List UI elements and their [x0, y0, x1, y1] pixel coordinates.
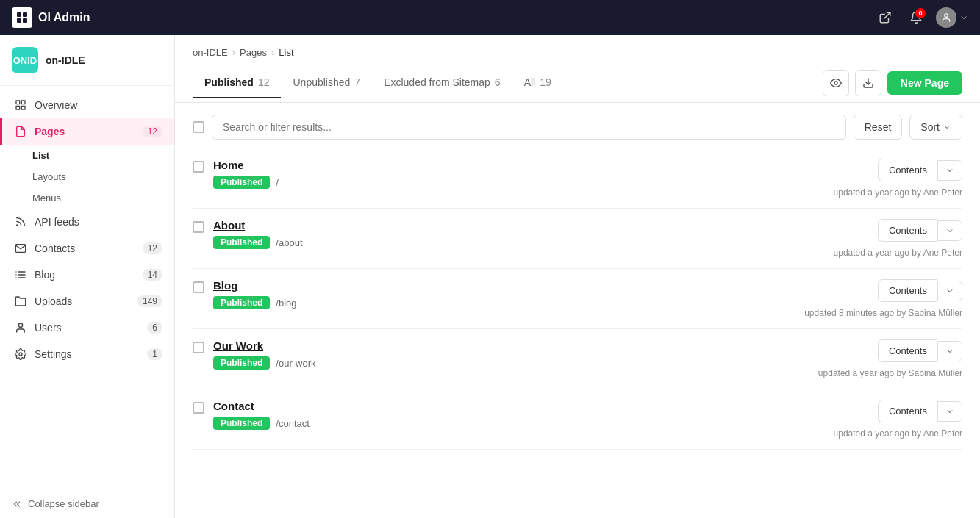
page-meta-blog: Published /blog	[213, 296, 795, 309]
select-all-checkbox[interactable]	[193, 121, 204, 133]
tab-unpublished-label: Unpublished	[293, 76, 350, 88]
filter-bar: Reset Sort	[175, 103, 980, 140]
page-path-our-work: /our-work	[276, 358, 315, 369]
sidebar-item-settings[interactable]: Settings 1	[0, 341, 174, 367]
eye-icon	[830, 77, 842, 89]
page-actions-contact: Contents	[878, 400, 962, 422]
sidebar-item-badge-uploads: 149	[137, 295, 162, 307]
page-checkbox-our-work[interactable]	[193, 342, 204, 353]
sidebar-item-overview[interactable]: Overview	[0, 92, 174, 118]
sidebar-item-api-feeds[interactable]: API feeds	[0, 209, 174, 235]
tab-unpublished[interactable]: Unpublished 7	[281, 68, 372, 98]
main-content: on-IDLE › Pages › List Published 12 Unpu…	[175, 35, 980, 518]
dropdown-button-about[interactable]	[937, 220, 962, 241]
page-actions-about: Contents	[878, 219, 962, 242]
dropdown-button-contact[interactable]	[937, 401, 962, 422]
page-update-blog: updated 8 minutes ago by Sabina Müller	[804, 308, 962, 318]
page-right-contact: Contents updated a year ago by Ane Peter	[815, 400, 962, 439]
sidebar-item-blog[interactable]: Blog 14	[0, 262, 174, 288]
dropdown-button-blog[interactable]	[937, 281, 962, 301]
svg-point-10	[17, 225, 18, 226]
breadcrumb-pages[interactable]: Pages	[240, 47, 267, 58]
tab-excluded[interactable]: Excluded from Sitemap 6	[372, 68, 512, 98]
sidebar-item-pages[interactable]: Pages 12	[0, 118, 174, 145]
chevron-down-icon	[959, 13, 968, 22]
notifications-icon[interactable]: 0	[905, 7, 927, 29]
reset-button[interactable]: Reset	[854, 115, 903, 140]
page-meta-our-work: Published /our-work	[213, 356, 806, 370]
sidebar-item-label-api-feeds: API feeds	[35, 216, 162, 228]
sidebar-subitem-list[interactable]: List	[32, 145, 174, 166]
sidebar-nav: Overview Pages 12 List Layouts Menus	[0, 86, 174, 489]
user-avatar[interactable]	[936, 7, 968, 28]
preview-button[interactable]	[823, 70, 849, 96]
new-page-button[interactable]: New Page	[887, 71, 962, 95]
page-checkbox-home[interactable]	[193, 161, 204, 173]
page-checkbox-blog[interactable]	[193, 281, 204, 293]
page-title-our-work[interactable]: Our Work	[213, 339, 263, 352]
contents-button-our-work[interactable]: Contents	[878, 339, 937, 362]
page-meta-about: Published /about	[213, 236, 806, 249]
toolbar-right: New Page	[823, 64, 962, 102]
svg-rect-6	[16, 101, 20, 104]
workspace-avatar: ONID	[12, 47, 38, 73]
page-right-blog: Contents updated 8 minutes ago by Sabina…	[804, 279, 962, 318]
dropdown-chevron-icon	[945, 226, 954, 235]
file-icon	[14, 125, 27, 138]
svg-point-5	[945, 14, 948, 18]
app-title: OI Admin	[38, 11, 90, 24]
sidebar-item-badge-settings: 1	[147, 348, 162, 360]
tab-unpublished-count: 7	[354, 76, 360, 88]
page-info-home: Home Published /	[213, 159, 806, 189]
svg-rect-7	[21, 101, 25, 104]
list-icon	[14, 268, 27, 281]
svg-line-4	[884, 12, 890, 18]
dropdown-button-our-work[interactable]	[937, 341, 962, 361]
page-title-about[interactable]: About	[213, 219, 245, 231]
page-title-home[interactable]: Home	[213, 159, 244, 171]
breadcrumb-workspace[interactable]: on-IDLE	[193, 47, 228, 58]
contents-button-home[interactable]: Contents	[878, 159, 937, 181]
sidebar-item-label-blog: Blog	[35, 269, 135, 281]
dropdown-button-home[interactable]	[937, 160, 962, 181]
grid-icon	[14, 98, 27, 112]
sidebar: ONID on-IDLE Overview	[0, 35, 175, 518]
download-button[interactable]	[855, 70, 881, 96]
external-link-icon[interactable]	[874, 7, 896, 29]
sidebar-item-users[interactable]: Users 6	[0, 314, 174, 341]
page-info-our-work: Our Work Published /our-work	[213, 339, 806, 370]
collapse-sidebar-button[interactable]: Collapse sidebar	[0, 489, 174, 518]
svg-rect-2	[17, 18, 21, 23]
sort-button[interactable]: Sort	[909, 115, 962, 140]
notification-badge: 0	[915, 8, 926, 18]
tab-excluded-count: 6	[495, 76, 501, 88]
tab-published-count: 12	[258, 76, 270, 88]
contents-button-contact[interactable]: Contents	[878, 400, 937, 422]
svg-point-18	[19, 353, 22, 356]
contents-button-about[interactable]: Contents	[878, 219, 937, 242]
sidebar-item-label-settings: Settings	[35, 348, 140, 360]
status-badge-our-work: Published	[213, 356, 270, 370]
contents-button-blog[interactable]: Contents	[878, 279, 937, 302]
breadcrumb-sep-1: ›	[232, 47, 235, 58]
sidebar-subitem-layouts[interactable]: Layouts	[32, 166, 174, 187]
workspace-header: ONID on-IDLE	[0, 35, 174, 86]
sidebar-item-contacts[interactable]: Contacts 12	[0, 235, 174, 262]
sidebar-item-uploads[interactable]: Uploads 149	[0, 288, 174, 314]
page-title-blog[interactable]: Blog	[213, 279, 237, 292]
svg-rect-0	[17, 12, 21, 17]
page-item-about: About Published /about Contents	[193, 209, 962, 269]
page-checkbox-about[interactable]	[193, 221, 204, 233]
pages-subnav: List Layouts Menus	[0, 145, 174, 209]
page-title-contact[interactable]: Contact	[213, 400, 254, 412]
page-checkbox-contact[interactable]	[193, 402, 204, 414]
status-badge-home: Published	[213, 176, 270, 189]
breadcrumb-sep-2: ›	[271, 47, 274, 58]
page-path-about: /about	[276, 237, 302, 248]
tab-published[interactable]: Published 12	[193, 68, 281, 98]
tab-all[interactable]: All 19	[512, 68, 563, 98]
search-input[interactable]	[212, 115, 846, 140]
status-badge-blog: Published	[213, 296, 270, 309]
sidebar-subitem-menus[interactable]: Menus	[32, 187, 174, 209]
page-actions-home: Contents	[878, 159, 962, 181]
